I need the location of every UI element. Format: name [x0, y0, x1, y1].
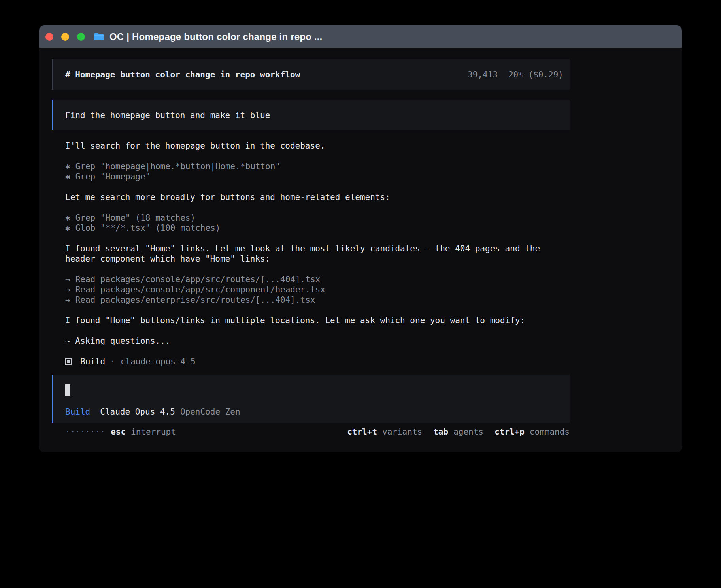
tool-call-text: Grep "Homepage"	[75, 172, 151, 181]
agent-status-line: Build · claude-opus-4-5	[65, 356, 570, 367]
agent-name: Build	[80, 356, 105, 367]
window-titlebar[interactable]: OC | Homepage button color change in rep…	[39, 25, 682, 48]
esc-key-hint: esc	[111, 427, 126, 437]
traffic-lights	[45, 33, 85, 41]
shortcut-hints: ctrl+tvariants tabagents ctrl+pcommands	[336, 427, 570, 437]
tool-call-text: Grep "homepage|home.*button|Home.*button…	[75, 162, 280, 171]
window-title: OC | Homepage button color change in rep…	[109, 31, 322, 42]
assistant-text: I found several "Home" links. Let me loo…	[65, 243, 570, 254]
shortcut-key: ctrl+t	[347, 427, 377, 437]
assistant-response: I'll search for the homepage button in t…	[52, 141, 570, 367]
shortcut-key: tab	[433, 427, 448, 437]
tool-call-grep: ✱Grep "Home" (18 matches)	[65, 213, 570, 223]
agent-square-icon	[65, 358, 72, 365]
minimize-button[interactable]	[61, 33, 69, 41]
terminal-body: # Homepage button color change in repo w…	[39, 48, 682, 437]
assistant-text: header component which have "Home" links…	[65, 254, 570, 264]
session-stats: 39,41320% ($0.29)	[418, 59, 563, 90]
text-cursor	[65, 384, 70, 396]
status-bar: ········ esc interrupt ctrl+tvariants ta…	[52, 427, 570, 437]
context-cost: 20% ($0.29)	[508, 70, 563, 79]
asterisk-icon: ✱	[65, 161, 70, 172]
user-message-text: Find the homepage button and make it blu…	[65, 110, 270, 121]
tool-call-grep: ✱Grep "homepage|home.*button|Home.*butto…	[65, 161, 570, 172]
dot-separator: ·	[110, 356, 115, 367]
user-message: Find the homepage button and make it blu…	[52, 100, 570, 130]
folder-icon	[94, 32, 104, 41]
assistant-text: Let me search more broadly for buttons a…	[65, 192, 570, 202]
tool-call-grep: ✱Grep "Homepage"	[65, 172, 570, 182]
arrow-right-icon: →	[65, 285, 70, 295]
session-title: # Homepage button color change in repo w…	[65, 70, 300, 80]
shortcut-label: commands	[530, 427, 570, 437]
session-header: # Homepage button color change in repo w…	[52, 59, 570, 90]
tool-call-read: →Read packages/enterprise/src/routes/[..…	[65, 295, 570, 305]
tool-call-text: Glob "**/*.tsx" (100 matches)	[75, 223, 221, 233]
spinner-dots: ········	[65, 427, 105, 437]
shortcut-key: ctrl+p	[495, 427, 525, 437]
esc-key-label: interrupt	[131, 427, 176, 437]
input-statusline: Build Claude Opus 4.5 OpenCode Zen	[65, 407, 558, 417]
arrow-right-icon: →	[65, 274, 70, 285]
close-button[interactable]	[45, 33, 53, 41]
model-label: Claude Opus 4.5	[100, 407, 175, 417]
tool-call-glob: ✱Glob "**/*.tsx" (100 matches)	[65, 223, 570, 233]
prompt-input[interactable]: Build Claude Opus 4.5 OpenCode Zen	[52, 375, 570, 423]
asterisk-icon: ✱	[65, 172, 70, 182]
tool-call-read: →Read packages/console/app/src/routes/[.…	[65, 274, 570, 285]
tool-call-text: Grep "Home" (18 matches)	[75, 213, 195, 222]
agent-model: claude-opus-4-5	[121, 356, 196, 367]
tool-call-text: Read packages/console/app/src/component/…	[75, 285, 325, 294]
zoom-button[interactable]	[77, 33, 85, 41]
arrow-right-icon: →	[65, 295, 70, 305]
shortcut-label: agents	[453, 427, 483, 437]
terminal-window: OC | Homepage button color change in rep…	[39, 25, 682, 452]
provider-label: OpenCode Zen	[180, 407, 240, 417]
tool-call-read: →Read packages/console/app/src/component…	[65, 285, 570, 295]
shortcut-variants: ctrl+tvariants	[347, 427, 422, 437]
token-count: 39,413	[468, 70, 498, 79]
tool-call-text: Read packages/enterprise/src/routes/[...…	[75, 295, 315, 305]
tool-call-text: Read packages/console/app/src/routes/[..…	[75, 275, 321, 284]
assistant-text: I'll search for the homepage button in t…	[65, 141, 570, 151]
shortcut-agents: tabagents	[433, 427, 483, 437]
asterisk-icon: ✱	[65, 223, 70, 233]
status-text: ~ Asking questions...	[65, 336, 570, 346]
asterisk-icon: ✱	[65, 213, 70, 223]
assistant-text: I found "Home" buttons/links in multiple…	[65, 315, 570, 326]
shortcut-label: variants	[382, 427, 422, 437]
shortcut-commands: ctrl+pcommands	[495, 427, 570, 437]
agent-mode-label: Build	[65, 407, 90, 417]
